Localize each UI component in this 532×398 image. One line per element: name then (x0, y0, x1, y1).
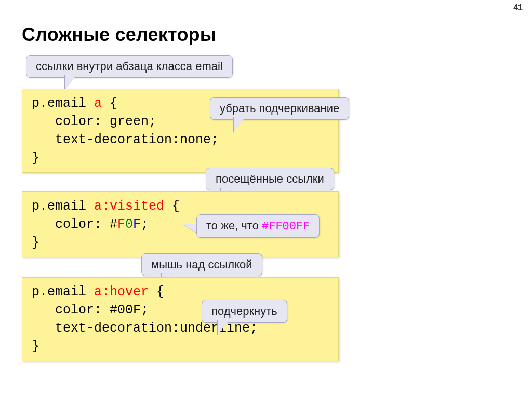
callout-text: ссылки внутри абзаца класса email (36, 60, 223, 73)
code-text: { (149, 284, 164, 299)
code-selector-a: a (94, 96, 102, 111)
callout-tail (183, 224, 197, 234)
code-text: p.email (32, 284, 94, 299)
callout-text: посещённые ссылки (216, 172, 324, 185)
slide: 41 Сложные селекторы ссылки внутри абзац… (0, 0, 532, 398)
code-text: { (164, 199, 180, 214)
code-text: } (32, 235, 39, 250)
code-hex-b: F (133, 217, 141, 232)
callout-mouse-over-link: мышь над ссылкой (141, 253, 262, 276)
slide-title: Сложные селекторы (22, 24, 216, 46)
code-text: color: green; (32, 114, 156, 129)
code-block-3: p.email a:hover { color: #00F; text-deco… (22, 277, 339, 361)
code-text: { (102, 96, 117, 111)
callout-tail (234, 117, 245, 132)
callout-underline: подчеркнуть (202, 300, 287, 323)
code-text: } (32, 150, 39, 166)
code-selector-hover: a:hover (94, 284, 149, 299)
code-text: ; (141, 217, 149, 232)
callout-links-inside-paragraph: ссылки внутри абзаца класса email (26, 55, 233, 78)
callout-same-as-ff00ff: то же, что #FF00FF (196, 214, 320, 238)
callout-text-prefix: то же, что (206, 219, 262, 232)
callout-remove-underline: убрать подчеркивание (210, 97, 349, 120)
code-text: text-decoration:none; (32, 132, 219, 147)
code-text: } (32, 339, 39, 354)
code-hex-g: 0 (125, 217, 133, 232)
callout-hex-code: #FF00FF (262, 220, 310, 233)
callout-text: подчеркнуть (211, 305, 277, 318)
page-number: 41 (513, 3, 523, 12)
code-hash: # (110, 217, 117, 232)
code-text: p.email (32, 96, 94, 111)
callout-visited-links: посещённые ссылки (206, 168, 334, 190)
code-text: color: #00F; (32, 303, 149, 318)
callout-tail (65, 75, 76, 90)
code-selector-visited: a:visited (94, 199, 164, 214)
code-text: p.email (32, 199, 94, 214)
callout-text: мышь над ссылкой (151, 258, 252, 271)
callout-text: убрать подчеркивание (220, 102, 339, 115)
callout-tail (218, 320, 230, 334)
code-text: color: (32, 217, 110, 232)
code-hex-r: F (117, 217, 125, 232)
